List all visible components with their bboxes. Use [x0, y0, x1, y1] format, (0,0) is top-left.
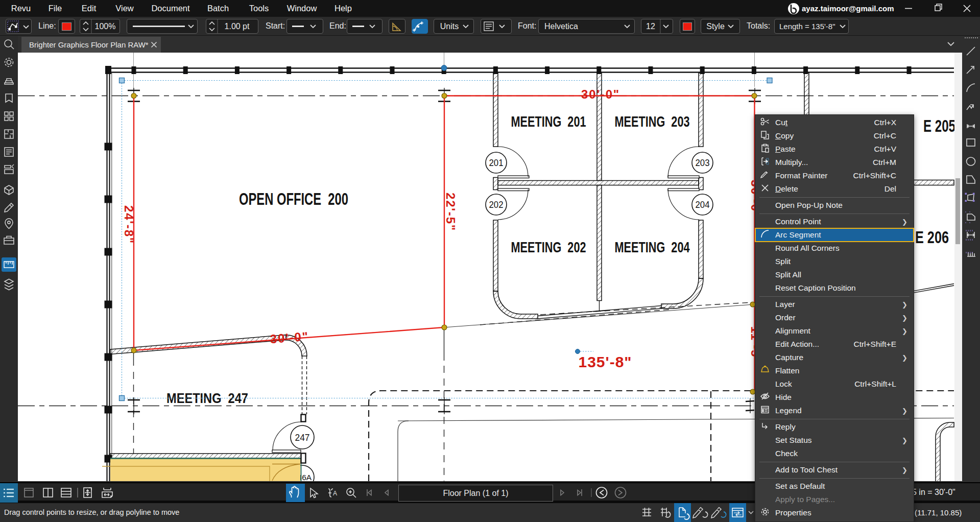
- svg-text:30'-0": 30'-0": [270, 329, 309, 346]
- svg-text:203: 203: [696, 157, 710, 168]
- svg-text:Units: Units: [440, 22, 459, 31]
- svg-text:E 205: E 205: [923, 116, 954, 135]
- svg-text:Helvetica: Helvetica: [544, 22, 578, 31]
- svg-text:Style: Style: [706, 22, 725, 31]
- svg-text:247: 247: [295, 432, 310, 443]
- svg-text:100%: 100%: [95, 22, 116, 31]
- svg-text:OPEN OFFICE 200: OPEN OFFICE 200: [239, 189, 348, 208]
- svg-text:202: 202: [489, 199, 504, 210]
- svg-text:A: A: [333, 490, 337, 497]
- svg-text:24'-8": 24'-8": [122, 205, 136, 244]
- svg-text:MEETING 203: MEETING 203: [615, 113, 690, 130]
- svg-text:204: 204: [696, 199, 710, 210]
- svg-text:135'-8": 135'-8": [578, 353, 632, 370]
- svg-text:MEETING 204: MEETING 204: [615, 239, 690, 255]
- svg-text:12: 12: [646, 22, 655, 31]
- svg-text:MEETING 202: MEETING 202: [511, 239, 586, 255]
- svg-text:MEETING 201: MEETING 201: [511, 113, 586, 130]
- svg-text:22'-5": 22'-5": [444, 193, 458, 231]
- svg-text:30'-0": 30'-0": [581, 87, 620, 101]
- svg-text:1.00 pt: 1.00 pt: [225, 22, 250, 31]
- svg-text:201: 201: [489, 157, 504, 168]
- svg-text:E 206: E 206: [915, 228, 949, 247]
- svg-text:Length = 135'-8": Length = 135'-8": [779, 22, 835, 31]
